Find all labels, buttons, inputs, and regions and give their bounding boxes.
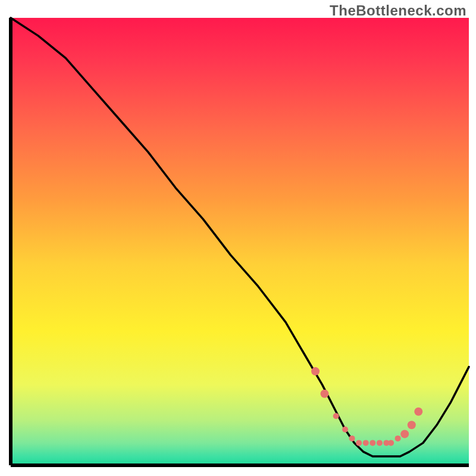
gradient-background (11, 18, 469, 465)
marker-dot (363, 440, 369, 446)
marker-dot (333, 413, 339, 419)
marker-dot (388, 440, 394, 446)
marker-dot (395, 436, 401, 441)
marker-dot (408, 421, 416, 429)
watermark-text: TheBottleneck.com (330, 2, 466, 19)
marker-dot (377, 440, 383, 446)
marker-dot (414, 408, 422, 416)
marker-dot (356, 440, 362, 446)
chart-container: TheBottleneck.com (0, 0, 476, 476)
marker-dot (342, 427, 348, 433)
marker-dot (400, 430, 409, 438)
marker-dot (349, 436, 355, 441)
chart-svg (0, 0, 476, 476)
marker-dot (321, 390, 329, 398)
marker-dot (369, 440, 375, 446)
marker-dot (311, 367, 320, 375)
